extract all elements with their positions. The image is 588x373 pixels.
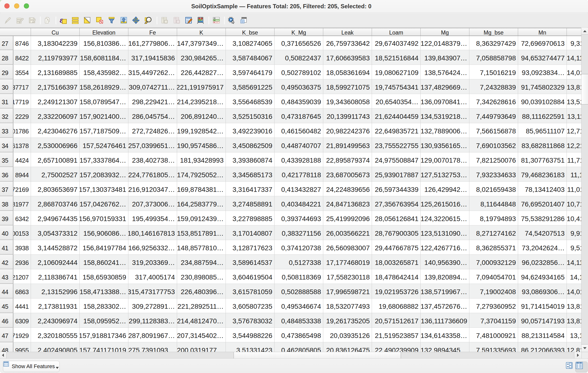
- svg-text:ε: ε: [60, 17, 63, 24]
